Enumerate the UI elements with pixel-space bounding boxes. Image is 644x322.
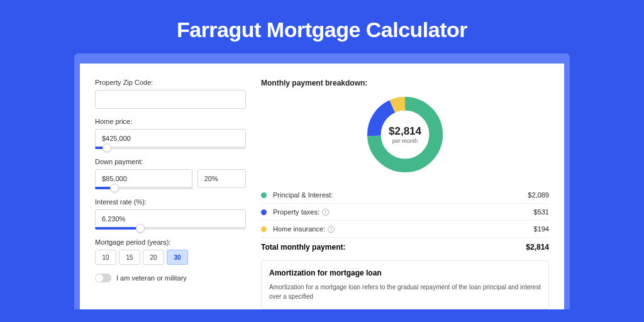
- home-price-group: Home price:: [95, 118, 246, 149]
- legend-row: Principal & Interest:$2,089: [261, 187, 549, 204]
- legend-row: Property taxes:?$531: [261, 204, 549, 221]
- legend-label: Property taxes:?: [273, 208, 534, 216]
- slider-thumb[interactable]: [110, 184, 119, 192]
- amortization-title: Amortization for mortgage loan: [269, 269, 541, 277]
- info-icon[interactable]: ?: [328, 226, 335, 233]
- home-price-label: Home price:: [95, 118, 246, 125]
- period-btn-30[interactable]: 30: [167, 250, 188, 265]
- card-backdrop: Property Zip Code: Home price: Down paym…: [74, 53, 570, 309]
- slider-thumb[interactable]: [136, 224, 145, 233]
- down-payment-group: Down payment:: [95, 158, 246, 189]
- zip-field-group: Property Zip Code:: [95, 79, 246, 109]
- total-value: $2,814: [526, 243, 549, 252]
- down-payment-label: Down payment:: [95, 158, 246, 165]
- donut-center: $2,814 per month: [364, 94, 446, 175]
- down-payment-percent-input[interactable]: [197, 169, 246, 188]
- interest-group: Interest rate (%):: [95, 198, 246, 230]
- period-group: Mortgage period (years): 10152030: [95, 238, 246, 265]
- legend-value: $2,089: [528, 191, 549, 199]
- donut-amount: $2,814: [389, 125, 421, 138]
- legend-row: Home insurance:?$194: [261, 221, 549, 238]
- period-buttons: 10152030: [95, 250, 246, 265]
- veteran-toggle[interactable]: [95, 274, 111, 282]
- form-column: Property Zip Code: Home price: Down paym…: [95, 79, 246, 309]
- down-payment-input[interactable]: [95, 169, 192, 188]
- legend-value: $531: [534, 208, 549, 216]
- page-title: Farragut Mortgage Calculator: [0, 0, 644, 53]
- total-row: Total monthly payment: $2,814: [261, 238, 549, 260]
- period-btn-15[interactable]: 15: [119, 250, 140, 265]
- breakdown-title: Monthly payment breakdown:: [261, 79, 549, 87]
- legend-dot: [261, 192, 267, 198]
- legend: Principal & Interest:$2,089Property taxe…: [261, 187, 549, 238]
- legend-label: Home insurance:?: [273, 225, 534, 233]
- home-price-input[interactable]: [95, 129, 246, 148]
- interest-slider[interactable]: [95, 227, 246, 230]
- slider-thumb[interactable]: [103, 143, 111, 152]
- legend-dot: [261, 226, 267, 232]
- amortization-text: Amortization for a mortgage loan refers …: [269, 282, 541, 301]
- amortization-box: Amortization for mortgage loan Amortizat…: [261, 260, 549, 309]
- donut-sub: per month: [392, 138, 418, 144]
- donut-wrap: $2,814 per month: [261, 94, 549, 175]
- veteran-label: I am veteran or military: [116, 274, 187, 282]
- home-price-slider[interactable]: [95, 147, 246, 149]
- period-label: Mortgage period (years):: [95, 238, 246, 246]
- period-btn-10[interactable]: 10: [95, 250, 116, 265]
- donut-chart: $2,814 per month: [364, 94, 446, 175]
- calculator-card: Property Zip Code: Home price: Down paym…: [80, 64, 564, 309]
- info-icon[interactable]: ?: [322, 209, 329, 216]
- legend-label: Principal & Interest:: [273, 191, 528, 199]
- breakdown-column: Monthly payment breakdown: $2,814 per mo…: [261, 79, 549, 309]
- slider-fill: [95, 227, 140, 230]
- veteran-row: I am veteran or military: [95, 274, 246, 282]
- interest-input[interactable]: [95, 209, 246, 228]
- down-payment-slider[interactable]: [95, 187, 193, 189]
- total-label: Total monthly payment:: [261, 243, 345, 252]
- interest-label: Interest rate (%):: [95, 198, 246, 206]
- zip-label: Property Zip Code:: [95, 79, 246, 86]
- zip-input[interactable]: [95, 90, 246, 109]
- legend-value: $194: [534, 225, 549, 233]
- period-btn-20[interactable]: 20: [143, 250, 164, 265]
- legend-dot: [261, 209, 267, 215]
